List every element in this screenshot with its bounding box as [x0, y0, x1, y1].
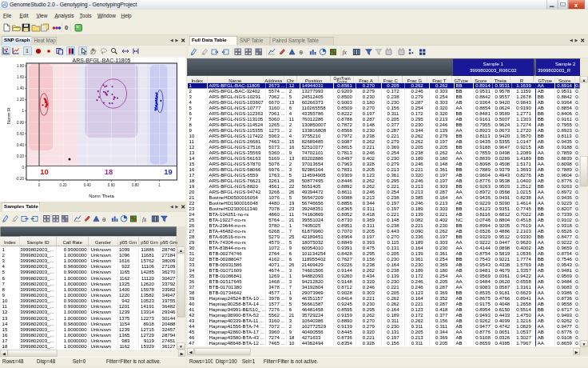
- svg-text:•: •: [411, 50, 414, 55]
- svg-text:0.80: 0.80: [132, 183, 139, 187]
- svg-text:fx: fx: [142, 216, 147, 223]
- svg-text:θ: θ: [102, 216, 106, 223]
- svg-text:1.20: 1.20: [17, 98, 24, 102]
- svg-text:1: 1: [22, 109, 24, 113]
- svg-text:10: 10: [40, 167, 49, 176]
- svg-text:Norm Theta: Norm Theta: [89, 194, 114, 198]
- svg-text:0.20: 0.20: [60, 183, 67, 187]
- svg-text:fx: fx: [343, 49, 348, 56]
- svg-text:-0.20: -0.20: [16, 177, 25, 181]
- svg-text:1.40: 1.40: [17, 86, 24, 90]
- svg-text:1: 1: [158, 183, 161, 187]
- svg-text:ARS-BFGL-BAC-11805: ARS-BFGL-BAC-11805: [72, 58, 130, 63]
- svg-text:0.60: 0.60: [17, 132, 24, 136]
- svg-text:0.60: 0.60: [108, 183, 115, 187]
- svg-text:0.40: 0.40: [84, 183, 91, 187]
- svg-text:0: 0: [22, 166, 24, 170]
- svg-text:0: 0: [38, 183, 41, 187]
- svg-text:Norm R: Norm R: [6, 107, 11, 124]
- svg-text:18: 18: [105, 167, 113, 176]
- svg-text:1.80: 1.80: [17, 64, 24, 68]
- svg-text:0.80: 0.80: [17, 121, 24, 125]
- svg-text:19: 19: [164, 167, 173, 176]
- svg-text:0.40: 0.40: [17, 143, 24, 147]
- svg-text:θ: θ: [300, 49, 304, 56]
- svg-text:1.60: 1.60: [17, 75, 24, 79]
- svg-text:0.20: 0.20: [17, 154, 24, 158]
